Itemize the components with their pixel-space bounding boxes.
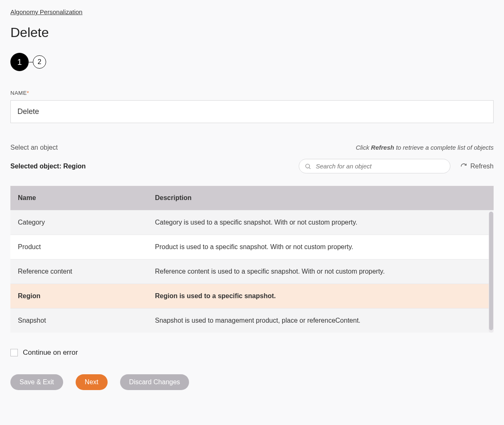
scrollbar-track[interactable]	[489, 212, 494, 333]
refresh-button[interactable]: Refresh	[460, 163, 494, 170]
refresh-hint: Click Refresh to retrieve a complete lis…	[356, 144, 494, 151]
refresh-icon	[460, 163, 467, 170]
table-row[interactable]: CategoryCategory is used to a specific s…	[10, 210, 494, 235]
select-object-label: Select an object	[10, 144, 58, 151]
scrollbar-thumb[interactable]	[489, 212, 493, 330]
search-icon	[305, 163, 311, 170]
continue-on-error-label: Continue on error	[23, 348, 78, 357]
cell-description: Category is used to a specific snapshot.…	[148, 210, 494, 235]
object-table: Name Description CategoryCategory is use…	[10, 186, 494, 333]
search-input[interactable]	[299, 159, 450, 173]
stepper: 1 2	[10, 53, 494, 71]
name-field-label: NAME*	[10, 90, 494, 96]
selected-object-value: Region	[63, 163, 86, 170]
step-connector	[29, 62, 33, 62]
name-label-text: NAME	[10, 90, 27, 96]
refresh-hint-post: to retrieve a complete list of objects	[394, 144, 494, 151]
selected-object-label: Selected object: Region	[10, 163, 86, 170]
refresh-hint-bold: Refresh	[371, 144, 394, 151]
cell-name: Category	[10, 210, 148, 235]
cell-description: Reference content is used to a specific …	[148, 259, 494, 284]
cell-description: Snapshot is used to management product, …	[148, 309, 494, 333]
required-asterisk: *	[27, 90, 30, 96]
cell-name: Snapshot	[10, 309, 148, 333]
cell-name: Product	[10, 235, 148, 259]
name-input[interactable]	[10, 100, 494, 123]
breadcrumb-link[interactable]: Algonomy Personalization	[10, 8, 82, 15]
svg-point-0	[306, 164, 310, 168]
step-1[interactable]: 1	[10, 53, 29, 71]
page-title: Delete	[10, 25, 494, 40]
cell-name: Region	[10, 284, 148, 309]
table-row[interactable]: RegionRegion is used to a specific snaps…	[10, 284, 494, 309]
cell-name: Reference content	[10, 259, 148, 284]
next-button[interactable]: Next	[76, 374, 108, 390]
table-row[interactable]: Reference contentReference content is us…	[10, 259, 494, 284]
refresh-hint-pre: Click	[356, 144, 371, 151]
search-wrap	[299, 159, 450, 173]
table-row[interactable]: ProductProduct is used to a specific sna…	[10, 235, 494, 259]
svg-line-1	[309, 168, 310, 169]
refresh-label: Refresh	[470, 163, 494, 170]
col-header-name[interactable]: Name	[10, 186, 148, 210]
step-2[interactable]: 2	[33, 55, 46, 69]
selected-object-prefix: Selected object:	[10, 163, 63, 170]
continue-on-error-checkbox[interactable]	[10, 349, 18, 356]
col-header-description[interactable]: Description	[148, 186, 494, 210]
table-row[interactable]: SnapshotSnapshot is used to management p…	[10, 309, 494, 333]
cell-description: Product is used to a specific snapshot. …	[148, 235, 494, 259]
object-table-wrap: Name Description CategoryCategory is use…	[10, 186, 494, 333]
cell-description: Region is used to a specific snapshot.	[148, 284, 494, 309]
discard-changes-button[interactable]: Discard Changes	[120, 374, 189, 390]
save-exit-button[interactable]: Save & Exit	[10, 374, 63, 390]
